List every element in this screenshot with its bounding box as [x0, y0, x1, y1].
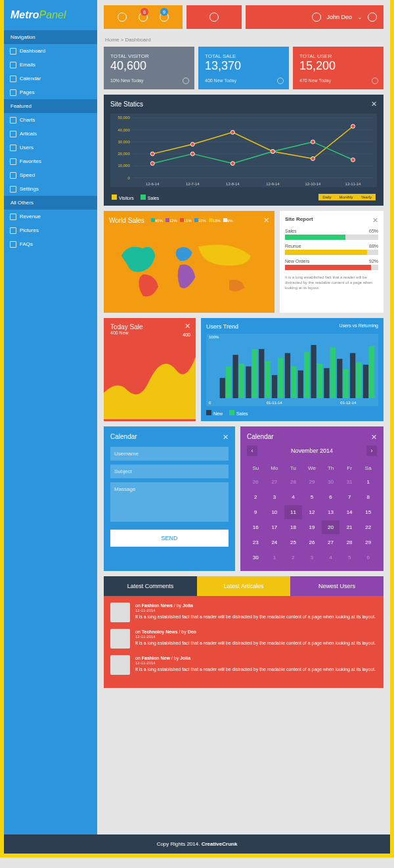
close-icon[interactable]: ✕ — [371, 100, 377, 108]
svg-rect-34 — [246, 367, 251, 398]
btn-monthly[interactable]: Monthly — [336, 194, 357, 200]
svg-rect-37 — [265, 361, 270, 398]
cal-day[interactable]: 23 — [247, 536, 265, 549]
cal-next[interactable]: › — [366, 445, 377, 456]
cal-day[interactable]: 7 — [341, 490, 359, 504]
btn-yearly[interactable]: Yearly — [357, 194, 376, 200]
cal-day[interactable]: 13 — [322, 505, 339, 519]
close-icon[interactable]: ✕ — [371, 433, 377, 442]
svg-rect-39 — [278, 357, 283, 398]
svg-rect-38 — [272, 375, 277, 398]
info-icon[interactable] — [277, 78, 284, 84]
sidebar-item-calendar[interactable]: Calendar — [4, 72, 97, 85]
sidebar-item-revenue[interactable]: Revenue — [4, 210, 97, 223]
notification-bar[interactable]: 8 9 — [104, 5, 183, 29]
site-report-panel: Site Report✕ Sales65%Reunue88%New Orders… — [280, 211, 383, 313]
cal-day[interactable]: 15 — [359, 505, 377, 519]
cal-day[interactable]: 29 — [359, 536, 377, 549]
cal-day[interactable]: 12 — [303, 505, 321, 519]
close-icon[interactable]: ✕ — [372, 216, 378, 225]
sidebar-item-faqs[interactable]: FAQs — [4, 237, 97, 251]
user-menu[interactable]: John Deo ⌄ — [246, 5, 383, 29]
cal-day[interactable]: 5 — [341, 551, 359, 564]
cal-day[interactable]: 8 — [359, 490, 377, 504]
message-input[interactable] — [110, 482, 229, 522]
cal-day[interactable]: 28 — [284, 475, 302, 489]
refresh-icon[interactable] — [118, 12, 127, 22]
cal-day[interactable]: 9 — [247, 505, 265, 519]
sidebar-item-favorites[interactable]: Favorites — [4, 154, 97, 168]
cal-day[interactable]: 6 — [322, 490, 339, 504]
cal-day[interactable]: 21 — [341, 520, 359, 534]
svg-point-27 — [271, 150, 274, 154]
cal-day[interactable]: 24 — [266, 536, 284, 549]
cal-day[interactable]: 2 — [284, 551, 302, 564]
cal-day[interactable]: 14 — [341, 505, 359, 519]
svg-rect-50 — [350, 353, 355, 398]
cal-day[interactable]: 31 — [341, 475, 359, 489]
cal-day[interactable]: 3 — [303, 551, 321, 564]
cal-day[interactable]: 4 — [322, 551, 339, 564]
cal-day[interactable]: 26 — [303, 536, 321, 549]
legend-visitors: Visitors — [119, 196, 134, 200]
cal-day[interactable]: 28 — [341, 536, 359, 549]
svg-rect-36 — [259, 349, 264, 398]
cal-day[interactable]: 27 — [322, 536, 339, 549]
nav-head-featured: Featured — [4, 99, 97, 113]
cal-day[interactable]: 10 — [266, 505, 284, 519]
sidebar-item-users[interactable]: Users — [4, 141, 97, 154]
sidebar-item-settings[interactable]: Settings — [4, 182, 97, 196]
comment-item: on Fashion New / by Jolia12-11-2014It is… — [110, 655, 377, 675]
cal-day[interactable]: 3 — [266, 490, 284, 504]
cal-day[interactable]: 30 — [322, 475, 339, 489]
cal-day[interactable]: 27 — [266, 475, 284, 489]
close-icon[interactable]: ✕ — [185, 322, 190, 331]
btn-daily[interactable]: Daily — [318, 194, 335, 200]
cal-day[interactable]: 30 — [247, 551, 265, 564]
tab-comments[interactable]: Latest Comments — [104, 576, 197, 596]
info-icon[interactable] — [183, 78, 189, 84]
cal-day[interactable]: 1 — [359, 475, 377, 489]
cal-day[interactable]: 2 — [247, 490, 265, 504]
cal-day[interactable]: 22 — [359, 520, 377, 534]
svg-rect-35 — [252, 349, 257, 398]
tab-users[interactable]: Newest Users — [290, 576, 383, 596]
svg-rect-44 — [311, 345, 316, 398]
svg-rect-53 — [369, 346, 374, 398]
tab-articles[interactable]: Latest Articales — [197, 576, 290, 596]
cal-day[interactable]: 4 — [284, 490, 302, 504]
cal-day[interactable]: 18 — [284, 520, 302, 534]
cal-day[interactable]: 6 — [359, 551, 377, 564]
cal-day[interactable]: 26 — [247, 475, 265, 489]
stat-card: TOTAL USER15,200470 New Today — [293, 47, 383, 89]
today-sale-panel: ✕ Today Sale400 New 400 — [104, 318, 196, 421]
sidebar-item-pages[interactable]: Pages — [4, 85, 97, 99]
cal-day[interactable]: 5 — [303, 490, 321, 504]
sidebar-item-dashboard[interactable]: Dashboard — [4, 44, 97, 58]
cal-day[interactable]: 20 — [322, 520, 339, 534]
subject-input[interactable] — [110, 465, 229, 478]
cal-day[interactable]: 11 — [284, 505, 302, 519]
username-input[interactable] — [110, 447, 229, 461]
sidebar-item-emails[interactable]: Emails — [4, 58, 97, 72]
cal-day[interactable]: 1 — [266, 551, 284, 564]
avatar — [110, 603, 130, 622]
svg-text:50,000: 50,000 — [118, 116, 131, 120]
sidebar-item-speed[interactable]: Speed — [4, 168, 97, 182]
cal-day[interactable]: 16 — [247, 520, 265, 534]
info-icon[interactable] — [372, 78, 378, 84]
cal-day[interactable]: 29 — [303, 475, 321, 489]
close-icon[interactable]: ✕ — [223, 433, 229, 442]
sidebar-item-charts[interactable]: Charts — [4, 113, 97, 127]
sidebar-item-articals[interactable]: Articals — [4, 127, 97, 141]
gear-icon[interactable] — [368, 12, 377, 22]
send-button[interactable]: SEND — [110, 530, 229, 547]
search-button[interactable] — [186, 5, 242, 29]
cal-prev[interactable]: ‹ — [247, 445, 257, 456]
cal-day[interactable]: 19 — [303, 520, 321, 534]
svg-text:12-6-14: 12-6-14 — [146, 182, 160, 186]
cal-day[interactable]: 17 — [266, 520, 284, 534]
sidebar-item-pictures[interactable]: Pictures — [4, 223, 97, 237]
cal-day[interactable]: 25 — [284, 536, 302, 549]
close-icon[interactable]: ✕ — [263, 216, 269, 225]
